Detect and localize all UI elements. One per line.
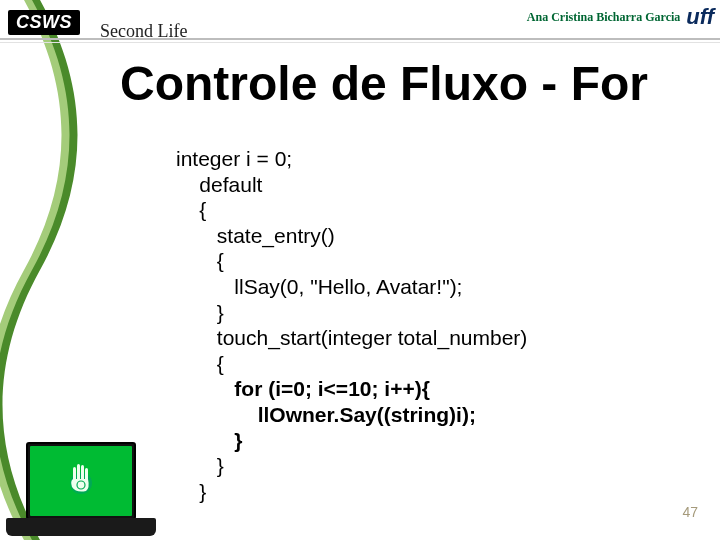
hand-icon (64, 461, 98, 501)
svg-rect-2 (77, 464, 80, 481)
code-line: { (176, 249, 224, 272)
uff-logo: uff (686, 4, 714, 30)
code-line: { (176, 352, 224, 375)
code-line: { (176, 198, 206, 221)
page-number: 47 (682, 504, 698, 520)
csws-logo: CSWS (8, 10, 80, 35)
slide-title: Controle de Fluxo - For (120, 56, 648, 111)
svg-rect-1 (73, 467, 76, 481)
code-line: } (176, 454, 224, 477)
code-line: } (176, 480, 206, 503)
code-block: integer i = 0; default { state_entry() {… (176, 146, 527, 505)
author-name: Ana Cristina Bicharra Garcia (527, 10, 680, 25)
svg-rect-3 (81, 465, 84, 481)
divider-light (0, 42, 720, 43)
second-life-label: Second Life (100, 21, 187, 42)
top-right-group: Ana Cristina Bicharra Garcia uff (527, 4, 714, 30)
code-line: } (176, 301, 224, 324)
code-line-bold: } (176, 429, 243, 452)
code-line: state_entry() (176, 224, 335, 247)
code-line-bold: llOwner.Say((string)i); (176, 403, 476, 426)
laptop-image: LIFE (0, 410, 160, 540)
code-line: default (176, 173, 262, 196)
code-line: touch_start(integer total_number) (176, 326, 527, 349)
code-line: integer i = 0; (176, 147, 292, 170)
code-line: llSay(0, "Hello, Avatar!"); (176, 275, 462, 298)
code-line-bold: for (i=0; i<=10; i++){ (176, 377, 430, 400)
